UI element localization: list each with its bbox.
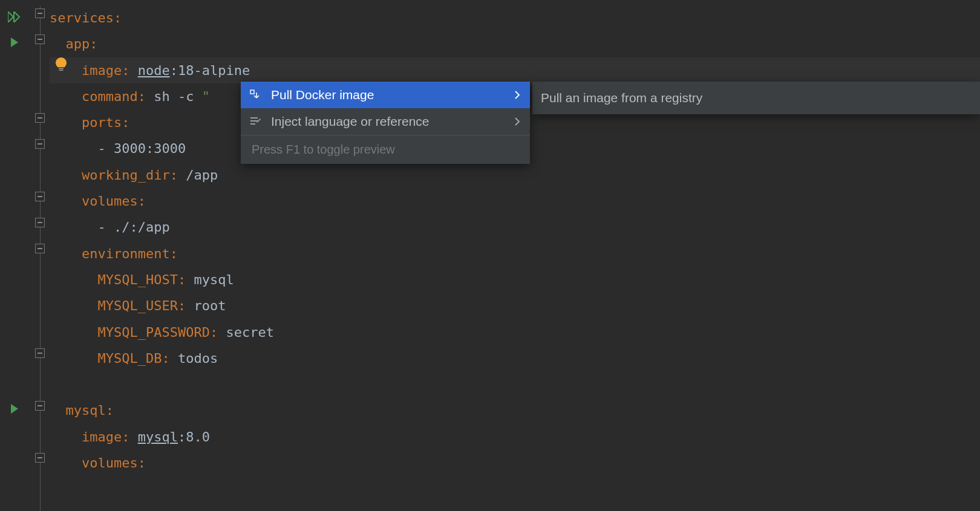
yaml-key: MYSQL_USER bbox=[97, 298, 177, 313]
yaml-key: ports bbox=[82, 115, 122, 130]
svg-rect-5 bbox=[38, 222, 42, 223]
yaml-value: /app bbox=[186, 168, 218, 183]
yaml-value: sh -c bbox=[154, 89, 201, 104]
svg-rect-0 bbox=[38, 13, 42, 14]
yaml-value: secret bbox=[226, 325, 273, 340]
yaml-string: " bbox=[202, 89, 210, 104]
yaml-key: image bbox=[82, 63, 122, 78]
fold-toggle-icon[interactable] bbox=[35, 8, 45, 18]
yaml-key: app bbox=[66, 36, 90, 51]
editor: services: app: image: node:18-alpine com… bbox=[0, 0, 980, 511]
svg-rect-1 bbox=[38, 39, 42, 40]
edit-lines-icon bbox=[249, 116, 271, 127]
yaml-value: :8.0 bbox=[178, 429, 210, 444]
popup-item-inject-language[interactable]: Inject language or reference bbox=[241, 108, 530, 135]
yaml-key: image bbox=[82, 429, 122, 444]
fold-toggle-icon[interactable] bbox=[35, 192, 45, 201]
popup-item-label: Inject language or reference bbox=[271, 114, 430, 129]
run-all-icon[interactable] bbox=[7, 10, 22, 24]
code-line[interactable]: image: node:18-alpine bbox=[50, 57, 980, 83]
yaml-value: node bbox=[138, 63, 170, 78]
code-area[interactable]: services: app: image: node:18-alpine com… bbox=[50, 0, 980, 511]
yaml-key: MYSQL_DB bbox=[97, 351, 162, 366]
yaml-key: command bbox=[82, 89, 138, 104]
code-line[interactable]: MYSQL_DB: todos bbox=[50, 345, 980, 371]
svg-rect-7 bbox=[38, 353, 42, 354]
intention-bulb-icon[interactable] bbox=[54, 57, 69, 71]
intention-tooltip: Pull an image from a registry bbox=[532, 82, 980, 114]
yaml-value: todos bbox=[178, 351, 218, 366]
fold-toggle-icon[interactable] bbox=[35, 401, 45, 411]
code-line[interactable]: services: bbox=[50, 5, 980, 31]
code-line[interactable]: mysql: bbox=[50, 397, 980, 423]
svg-rect-9 bbox=[38, 457, 42, 458]
code-line[interactable]: working_dir: /app bbox=[50, 162, 980, 188]
yaml-key: services bbox=[50, 10, 114, 25]
yaml-value: ./:/app bbox=[114, 220, 170, 235]
code-line[interactable] bbox=[50, 371, 980, 397]
svg-rect-2 bbox=[38, 117, 42, 119]
run-service-icon[interactable] bbox=[7, 402, 22, 416]
run-service-icon[interactable] bbox=[7, 35, 22, 50]
code-line[interactable]: environment: bbox=[50, 241, 980, 267]
code-line[interactable]: volumes: bbox=[50, 450, 980, 476]
yaml-value: mysql bbox=[194, 272, 234, 287]
fold-toggle-icon[interactable] bbox=[35, 113, 45, 123]
gutter bbox=[0, 0, 50, 511]
popup-item-pull-docker[interactable]: Pull Docker image bbox=[241, 82, 530, 108]
code-line[interactable]: app: bbox=[50, 31, 980, 57]
svg-rect-12 bbox=[250, 90, 254, 94]
svg-rect-3 bbox=[38, 143, 42, 145]
popup-item-label: Pull Docker image bbox=[271, 88, 374, 102]
code-line[interactable]: MYSQL_PASSWORD: secret bbox=[50, 319, 980, 345]
download-icon bbox=[249, 89, 271, 101]
fold-toggle-icon[interactable] bbox=[35, 453, 45, 463]
yaml-value: root bbox=[194, 298, 226, 313]
svg-rect-4 bbox=[38, 196, 42, 197]
yaml-value: 3000:3000 bbox=[114, 141, 186, 156]
svg-rect-10 bbox=[59, 68, 64, 69]
intention-popup: Pull Docker image Inject language or ref… bbox=[241, 82, 530, 164]
popup-hint: Press F1 to toggle preview bbox=[241, 135, 530, 164]
fold-toggle-icon[interactable] bbox=[35, 348, 45, 358]
yaml-key: mysql bbox=[66, 403, 106, 418]
svg-rect-6 bbox=[38, 248, 42, 249]
code-line[interactable]: MYSQL_USER: root bbox=[50, 293, 980, 319]
yaml-value: mysql bbox=[138, 429, 178, 444]
yaml-key: environment bbox=[82, 246, 170, 261]
chevron-right-icon bbox=[514, 91, 520, 99]
fold-toggle-icon[interactable] bbox=[35, 244, 45, 253]
fold-toggle-icon[interactable] bbox=[35, 218, 45, 227]
fold-guide bbox=[40, 6, 41, 511]
yaml-value: :18-alpine bbox=[170, 63, 250, 78]
code-line[interactable]: image: mysql:8.0 bbox=[50, 424, 980, 450]
code-line[interactable]: MYSQL_HOST: mysql bbox=[50, 267, 980, 293]
svg-rect-11 bbox=[59, 70, 64, 71]
yaml-key: volumes bbox=[82, 455, 138, 470]
fold-toggle-icon[interactable] bbox=[35, 139, 45, 149]
svg-rect-8 bbox=[38, 405, 42, 406]
fold-toggle-icon[interactable] bbox=[35, 34, 45, 44]
code-line[interactable]: - ./:/app bbox=[50, 214, 980, 240]
chevron-right-icon bbox=[514, 117, 520, 126]
yaml-key: MYSQL_HOST bbox=[97, 272, 177, 287]
yaml-key: working_dir bbox=[82, 168, 170, 183]
yaml-key: MYSQL_PASSWORD bbox=[97, 325, 209, 340]
yaml-key: volumes bbox=[82, 194, 138, 209]
code-line[interactable]: volumes: bbox=[50, 188, 980, 214]
